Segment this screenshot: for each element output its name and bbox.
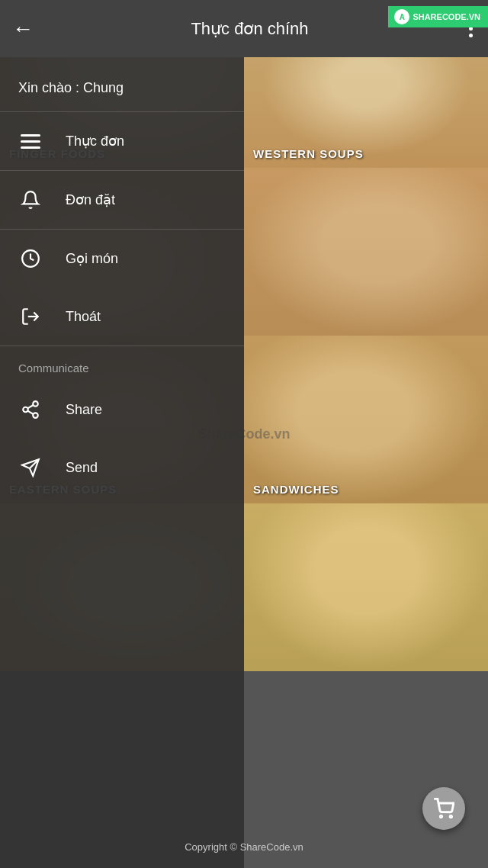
drawer-item-orders[interactable]: Đơn đặt — [0, 171, 244, 229]
drawer-item-call[interactable]: Gọi món — [0, 230, 244, 288]
back-button[interactable]: ← — [12, 17, 34, 41]
copyright: Copyright © ShareCode.vn — [185, 841, 303, 853]
bell-icon — [18, 188, 43, 212]
drawer-menu-label: Thực đơn — [66, 133, 124, 149]
svg-point-3 — [23, 407, 28, 413]
svg-point-10 — [450, 815, 451, 817]
food-label-5: SANDWICHES — [253, 483, 339, 496]
svg-point-4 — [33, 413, 38, 418]
sharecode-icon: A — [394, 9, 409, 24]
communicate-header: Communicate — [0, 346, 244, 381]
drawer-call-label: Gọi món — [66, 250, 118, 267]
dot-3 — [469, 34, 473, 37]
food-cell-5[interactable]: SANDWICHES — [244, 336, 488, 503]
share-icon — [18, 397, 43, 422]
svg-line-5 — [27, 411, 33, 414]
svg-point-2 — [33, 401, 38, 407]
drawer-share-label: Share — [66, 402, 102, 418]
food-cell-3[interactable] — [244, 168, 488, 336]
drawer-item-share[interactable]: Share — [0, 381, 244, 439]
drawer-menu: Xin chào : Chung Thực đơn Đơn đặt — [0, 57, 244, 868]
hamburger-icon — [18, 129, 43, 153]
svg-point-9 — [440, 815, 441, 817]
drawer-item-send[interactable]: Send — [0, 439, 244, 497]
sharecode-icon-letter: A — [400, 13, 405, 21]
food-cell-7[interactable] — [244, 503, 488, 671]
drawer-item-menu[interactable]: Thực đơn — [0, 112, 244, 170]
drawer-greeting: Xin chào : Chung — [0, 57, 244, 111]
sharecode-badge: A SHARECODE.VN — [388, 6, 488, 27]
food-label-1: WESTERN SOUPS — [253, 147, 364, 160]
drawer-send-label: Send — [66, 460, 98, 476]
drawer-item-logout[interactable]: Thoát — [0, 288, 244, 346]
exit-icon — [18, 304, 43, 329]
clock-icon — [18, 246, 43, 271]
svg-line-6 — [27, 405, 33, 408]
send-icon — [18, 455, 43, 480]
drawer-orders-label: Đơn đặt — [66, 191, 115, 208]
cart-icon — [433, 798, 454, 819]
sharecode-text: SHARECODE.VN — [413, 12, 480, 21]
cart-button[interactable] — [422, 787, 465, 830]
drawer-logout-label: Thoát — [66, 309, 101, 325]
